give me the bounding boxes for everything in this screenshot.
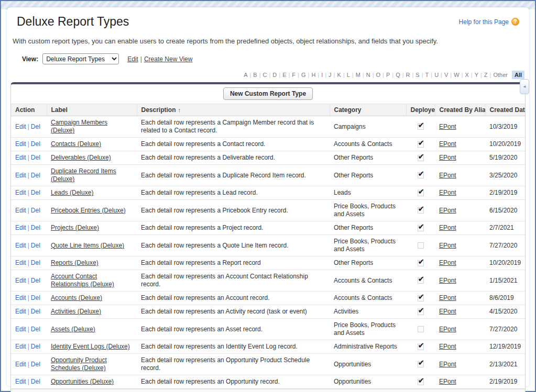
del-link[interactable]: Del — [31, 242, 40, 249]
alphabet-filter-f[interactable]: F — [291, 71, 297, 79]
del-link[interactable]: Del — [31, 326, 40, 333]
edit-link[interactable]: Edit — [15, 140, 26, 148]
column-header-created-date[interactable]: Created Date — [485, 104, 526, 116]
created-by-alias-link[interactable]: EPont — [439, 326, 456, 333]
edit-view-link[interactable]: Edit — [127, 55, 138, 63]
alphabet-filter-u[interactable]: U — [433, 71, 440, 79]
alphabet-filter-d[interactable]: D — [271, 71, 278, 79]
alphabet-filter-b[interactable]: B — [252, 71, 258, 79]
edit-link[interactable]: Edit — [15, 378, 26, 385]
del-link[interactable]: Del — [31, 140, 40, 148]
del-link[interactable]: Del — [31, 343, 40, 350]
alphabet-filter-m[interactable]: M — [355, 71, 362, 79]
report-type-link[interactable]: Campaign Members (Deluxe) — [51, 119, 107, 134]
alphabet-filter-l[interactable]: L — [346, 71, 351, 79]
alphabet-filter-o[interactable]: O — [375, 71, 382, 79]
del-link[interactable]: Del — [31, 189, 40, 196]
edit-link[interactable]: Edit — [15, 294, 26, 301]
report-type-link[interactable]: Assets (Deluxe) — [51, 326, 95, 333]
report-type-link[interactable]: Quote Line Items (Deluxe) — [51, 242, 124, 249]
created-by-alias-link[interactable]: EPont — [439, 140, 456, 148]
created-by-alias-link[interactable]: EPont — [439, 224, 456, 231]
created-by-alias-link[interactable]: EPont — [439, 259, 456, 266]
edit-link[interactable]: Edit — [15, 224, 26, 231]
column-header-deployed[interactable]: Deployed — [406, 104, 435, 116]
column-header-action[interactable]: Action — [11, 104, 47, 116]
report-type-link[interactable]: Projects (Deluxe) — [51, 224, 99, 231]
created-by-alias-link[interactable]: EPont — [439, 242, 456, 249]
report-type-link[interactable]: Opportunity Product Schedules (Deluxe) — [51, 356, 107, 372]
alphabet-filter-c[interactable]: C — [262, 71, 268, 79]
alphabet-filter-r[interactable]: R — [405, 71, 411, 79]
created-by-alias-link[interactable]: EPont — [439, 361, 456, 368]
report-type-link[interactable]: Activities (Deluxe) — [51, 308, 101, 315]
column-header-category[interactable]: Category — [330, 104, 406, 116]
create-new-view-link[interactable]: Create New View — [144, 55, 192, 63]
del-link[interactable]: Del — [31, 361, 40, 368]
view-select[interactable]: Deluxe Report Types — [42, 53, 119, 64]
alphabet-filter-w[interactable]: W — [453, 71, 460, 79]
edit-link[interactable]: Edit — [15, 343, 26, 350]
report-type-link[interactable]: Pricebook Entries (Deluxe) — [51, 207, 126, 214]
del-link[interactable]: Del — [31, 378, 40, 385]
alphabet-filter-t[interactable]: T — [424, 71, 430, 79]
report-type-link[interactable]: Opportunities (Deluxe) — [51, 378, 114, 385]
alphabet-filter-q[interactable]: Q — [395, 71, 401, 79]
created-by-alias-link[interactable]: EPont — [439, 378, 456, 385]
alphabet-filter-g[interactable]: G — [300, 71, 307, 79]
alphabet-filter-all[interactable]: All — [512, 71, 524, 79]
report-type-link[interactable]: Duplicate Record Items (Deluxe) — [51, 167, 116, 183]
edit-link[interactable]: Edit — [15, 277, 26, 284]
help-question-icon[interactable]: ? — [511, 18, 519, 26]
edit-link[interactable]: Edit — [15, 123, 26, 130]
edit-link[interactable]: Edit — [15, 172, 26, 179]
del-link[interactable]: Del — [31, 224, 40, 231]
alphabet-filter-i[interactable]: I — [320, 71, 324, 79]
alphabet-filter-x[interactable]: X — [464, 71, 469, 79]
del-link[interactable]: Del — [31, 123, 40, 130]
created-by-alias-link[interactable]: EPont — [439, 343, 456, 350]
alphabet-filter-v[interactable]: V — [443, 71, 449, 79]
created-by-alias-link[interactable]: EPont — [439, 154, 456, 161]
report-type-link[interactable]: Contacts (Deluxe) — [51, 140, 101, 148]
created-by-alias-link[interactable]: EPont — [439, 123, 456, 130]
help-for-this-page-link[interactable]: Help for this Page ? — [459, 18, 519, 26]
alphabet-filter-other[interactable]: Other — [492, 71, 509, 79]
created-by-alias-link[interactable]: EPont — [439, 172, 456, 179]
sidebar-collapse-tab[interactable]: ◄ — [520, 79, 529, 94]
del-link[interactable]: Del — [31, 277, 40, 284]
del-link[interactable]: Del — [31, 259, 40, 266]
edit-link[interactable]: Edit — [15, 189, 26, 196]
report-type-link[interactable]: Identity Event Logs (Deluxe) — [51, 343, 130, 350]
edit-link[interactable]: Edit — [15, 207, 26, 214]
created-by-alias-link[interactable]: EPont — [439, 277, 456, 284]
alphabet-filter-e[interactable]: E — [281, 71, 287, 79]
del-link[interactable]: Del — [31, 172, 40, 179]
alphabet-filter-z[interactable]: Z — [483, 71, 489, 79]
alphabet-filter-p[interactable]: P — [385, 71, 391, 79]
column-header-label[interactable]: Label — [47, 104, 137, 116]
edit-link[interactable]: Edit — [15, 154, 26, 161]
edit-link[interactable]: Edit — [15, 361, 26, 368]
created-by-alias-link[interactable]: EPont — [439, 189, 456, 196]
report-type-link[interactable]: Reports (Deluxe) — [51, 259, 99, 266]
del-link[interactable]: Del — [31, 207, 40, 214]
report-type-link[interactable]: Account Contact Relationships (Deluxe) — [51, 273, 114, 288]
alphabet-filter-y[interactable]: Y — [474, 71, 479, 79]
edit-link[interactable]: Edit — [15, 308, 26, 315]
del-link[interactable]: Del — [31, 294, 40, 301]
report-type-link[interactable]: Deliverables (Deluxe) — [51, 154, 111, 161]
created-by-alias-link[interactable]: EPont — [439, 294, 456, 301]
new-custom-report-type-button[interactable]: New Custom Report Type — [223, 87, 313, 100]
edit-link[interactable]: Edit — [15, 259, 26, 266]
report-type-link[interactable]: Accounts (Deluxe) — [51, 294, 102, 301]
alphabet-filter-k[interactable]: K — [336, 71, 342, 79]
column-header-description[interactable]: Description↑ — [137, 104, 330, 116]
alphabet-filter-s[interactable]: S — [414, 71, 420, 79]
created-by-alias-link[interactable]: EPont — [439, 308, 456, 315]
created-by-alias-link[interactable]: EPont — [439, 207, 456, 214]
alphabet-filter-a[interactable]: A — [243, 71, 248, 79]
alphabet-filter-j[interactable]: J — [327, 71, 333, 79]
edit-link[interactable]: Edit — [15, 242, 26, 249]
column-header-created-by-alias[interactable]: Created By Alias — [435, 104, 485, 116]
